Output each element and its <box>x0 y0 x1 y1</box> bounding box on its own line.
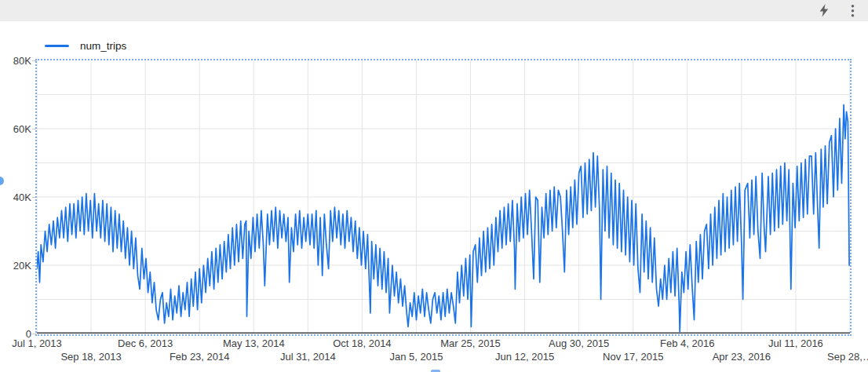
y-axis-tick <box>32 334 36 334</box>
y-axis-tick <box>32 197 36 198</box>
legend-item-num-trips[interactable]: num_trips <box>45 38 126 53</box>
y-axis-label: 40K <box>0 192 31 202</box>
x-axis-label: Dec 6, 2013 <box>118 338 173 349</box>
x-axis-label: Jun 12, 2015 <box>495 352 554 363</box>
y-axis-label: 20K <box>0 261 31 271</box>
x-axis-label: Jul 31, 2014 <box>280 352 336 363</box>
x-axis-label: Apr 23, 2016 <box>713 352 771 363</box>
kebab-menu-icon <box>851 4 855 18</box>
num-trips-line <box>37 105 849 332</box>
dashboard-chart-card: { "topbar": { "background": "#ededed", "… <box>0 0 868 372</box>
chart-svg <box>37 60 850 334</box>
x-axis-label: Mar 25, 2015 <box>440 338 501 349</box>
chart-plot-area[interactable] <box>37 60 850 334</box>
x-axis-label: Jul 1, 2013 <box>12 338 62 349</box>
x-axis-label: May 13, 2014 <box>223 338 285 349</box>
y-axis-tick <box>32 129 36 129</box>
y-axis-label: 80K <box>0 56 31 66</box>
x-axis-label: Jan 5, 2015 <box>389 352 443 363</box>
y-axis-tick <box>32 265 36 266</box>
x-axis-label: Sep 28,… <box>827 352 868 363</box>
y-axis-tick <box>32 60 36 61</box>
x-axis-label: Aug 30, 2015 <box>549 338 609 349</box>
y-axis-label: 60K <box>0 124 31 134</box>
lightning-bolt-icon <box>819 4 830 17</box>
lightning-bolt-button[interactable] <box>815 2 833 20</box>
card-toolbar <box>0 0 868 21</box>
kebab-menu-button[interactable] <box>843 2 862 20</box>
x-axis-label: Feb 4, 2016 <box>660 338 714 349</box>
x-axis-label: Nov 17, 2015 <box>603 352 663 363</box>
x-axis-label: Sep 18, 2013 <box>60 352 121 363</box>
x-axis-label: Feb 23, 2014 <box>170 352 230 363</box>
x-axis-label: Oct 18, 2014 <box>333 338 391 349</box>
left-edge-partial-handle[interactable] <box>0 177 4 185</box>
legend-label: num_trips <box>80 40 126 52</box>
legend-line-swatch <box>45 45 69 47</box>
x-axis-label: Jul 11, 2016 <box>768 338 823 349</box>
